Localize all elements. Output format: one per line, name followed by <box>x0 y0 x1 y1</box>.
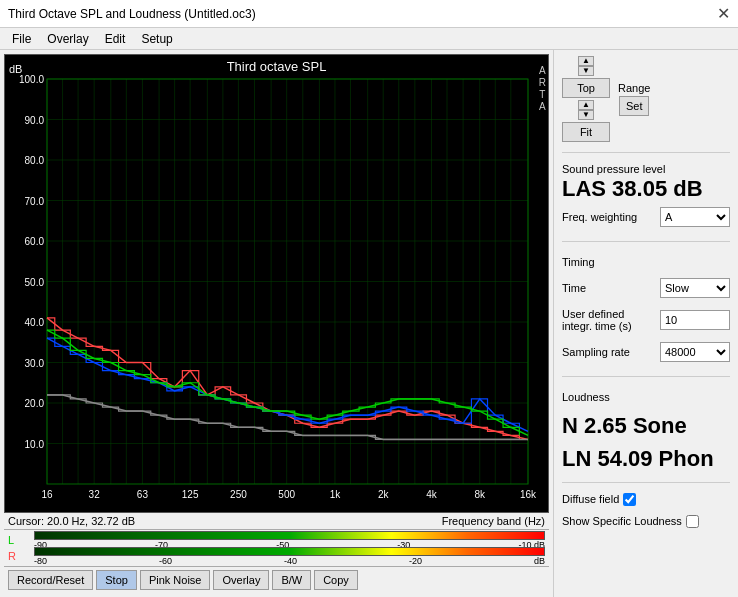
cursor-status: Cursor: 20.0 Hz, 32.72 dB <box>8 515 135 527</box>
chart-arta-label: ARTA <box>539 65 546 113</box>
fit-spinner: ▲ ▼ <box>578 100 594 120</box>
spl-label: Sound pressure level <box>562 163 730 175</box>
copy-button[interactable]: Copy <box>314 570 358 590</box>
freq-weighting-row: Freq. weighting A B C Z <box>562 207 730 227</box>
spl-section: Sound pressure level LAS 38.05 dB <box>562 163 730 201</box>
spl-value: LAS 38.05 dB <box>562 177 730 201</box>
loudness-n-value: N 2.65 Sone <box>562 413 730 439</box>
chart-status: Cursor: 20.0 Hz, 32.72 dB Frequency band… <box>4 513 549 529</box>
top-down-button[interactable]: ▼ <box>578 66 594 76</box>
bw-button[interactable]: B/W <box>272 570 311 590</box>
chart-container: dB Third octave SPL ARTA <box>4 54 549 513</box>
overlay-button[interactable]: Overlay <box>213 570 269 590</box>
right-panel: ▲ ▼ Top ▲ ▼ Fit Range Set Sound pressure… <box>553 50 738 597</box>
chart-title: Third octave SPL <box>5 59 548 74</box>
window-title: Third Octave SPL and Loudness (Untitled.… <box>8 7 256 21</box>
close-button[interactable]: ✕ <box>717 6 730 22</box>
freq-band-label: Frequency band (Hz) <box>442 515 545 527</box>
range-label: Range <box>618 82 650 94</box>
menu-setup[interactable]: Setup <box>133 30 180 48</box>
divider-3 <box>562 376 730 377</box>
sampling-row: Sampling rate 48000 44100 96000 <box>562 342 730 362</box>
show-specific-label: Show Specific Loudness <box>562 515 682 527</box>
diffuse-field-label: Diffuse field <box>562 493 619 505</box>
menu-file[interactable]: File <box>4 30 39 48</box>
time-label: Time <box>562 282 586 294</box>
top-button[interactable]: Top <box>562 78 610 98</box>
main-content: dB Third octave SPL ARTA Cursor: 20.0 Hz… <box>0 50 738 597</box>
time-select[interactable]: Slow Fast Impulse <box>660 278 730 298</box>
divider-4 <box>562 482 730 483</box>
menu-overlay[interactable]: Overlay <box>39 30 96 48</box>
chart-canvas <box>5 55 548 512</box>
top-group: ▲ ▼ Top ▲ ▼ Fit <box>562 56 610 142</box>
freq-weighting-select[interactable]: A B C Z <box>660 207 730 227</box>
loudness-section-title: Loudness <box>562 391 730 403</box>
divider-2 <box>562 241 730 242</box>
dbfs-left-label: L <box>8 534 32 546</box>
user-def-label: User definedintegr. time (s) <box>562 308 632 332</box>
fit-button[interactable]: Fit <box>562 122 610 142</box>
dbfs-bar: L -90-70-50-30-10 dB R -80-60-40-20dB <box>4 529 549 566</box>
loudness-ln-value: LN 54.09 Phon <box>562 446 730 472</box>
controls-row: Record/Reset Stop Pink Noise Overlay B/W… <box>4 566 549 593</box>
divider-1 <box>562 152 730 153</box>
fit-down-button[interactable]: ▼ <box>578 110 594 120</box>
user-def-row: User definedintegr. time (s) <box>562 308 730 332</box>
stop-button[interactable]: Stop <box>96 570 137 590</box>
pink-noise-button[interactable]: Pink Noise <box>140 570 211 590</box>
set-button[interactable]: Set <box>619 96 650 116</box>
user-def-input[interactable] <box>660 310 730 330</box>
dbfs-right-label: R <box>8 550 32 562</box>
top-range-row: ▲ ▼ Top ▲ ▼ Fit Range Set <box>562 56 730 142</box>
sampling-label: Sampling rate <box>562 346 630 358</box>
record-reset-button[interactable]: Record/Reset <box>8 570 93 590</box>
chart-panel: dB Third octave SPL ARTA Cursor: 20.0 Hz… <box>0 50 553 597</box>
timing-section-title: Timing <box>562 256 730 268</box>
menu-bar: File Overlay Edit Setup <box>0 28 738 50</box>
diffuse-field-checkbox[interactable] <box>623 493 636 506</box>
fit-up-button[interactable]: ▲ <box>578 100 594 110</box>
show-specific-checkbox[interactable] <box>686 515 699 528</box>
time-row: Time Slow Fast Impulse <box>562 278 730 298</box>
show-specific-row: Show Specific Loudness <box>562 515 730 528</box>
range-group: Range Set <box>618 82 650 116</box>
dbfs-right-row: R -80-60-40-20dB <box>8 548 545 564</box>
freq-weighting-label: Freq. weighting <box>562 211 637 223</box>
top-spinner: ▲ ▼ <box>578 56 594 76</box>
menu-edit[interactable]: Edit <box>97 30 134 48</box>
title-bar: Third Octave SPL and Loudness (Untitled.… <box>0 0 738 28</box>
sampling-select[interactable]: 48000 44100 96000 <box>660 342 730 362</box>
diffuse-field-row: Diffuse field <box>562 493 730 506</box>
top-up-button[interactable]: ▲ <box>578 56 594 66</box>
